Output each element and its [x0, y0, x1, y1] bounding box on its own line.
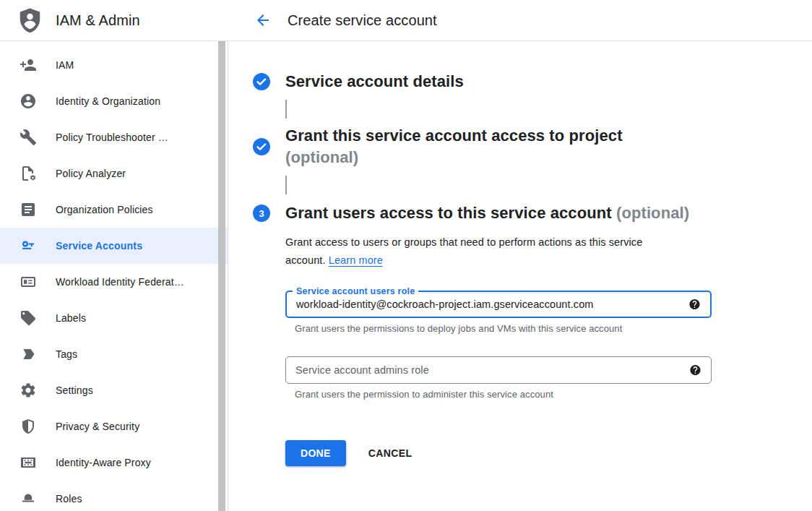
admins-role-input[interactable]: [286, 357, 711, 383]
label-tag-icon: [20, 309, 37, 327]
sidebar-item-identity-aware-proxy[interactable]: Identity-Aware Proxy: [0, 445, 228, 481]
step-connector: [285, 100, 287, 119]
person-add-icon: [20, 56, 37, 74]
sidebar-item-label: Identity & Organization: [56, 95, 182, 107]
sidebar-item-label: Policy Troubleshooter …: [56, 132, 190, 143]
sidebar-item-workload-identity-federat[interactable]: Workload Identity Federat…: [0, 264, 228, 300]
sidebar-item-tags[interactable]: Tags: [0, 336, 228, 372]
sidebar-nav: IAMIdentity & OrganizationPolicy Trouble…: [0, 41, 228, 511]
users-role-field-group: Service account users role Grant users t…: [285, 291, 712, 334]
service-account-icon: [20, 237, 37, 254]
sidebar-item-roles[interactable]: Roles: [0, 481, 228, 511]
cancel-button[interactable]: CANCEL: [368, 447, 413, 459]
badge-card-icon: [20, 273, 37, 291]
sidebar: IAMIdentity & OrganizationPolicy Trouble…: [0, 41, 228, 511]
step-3-optional-label: (optional): [616, 204, 689, 222]
step-3-description: Grant access to users or groups that nee…: [285, 233, 684, 270]
users-role-field-label: Service account users role: [293, 285, 418, 298]
gcp-console-window: IAM & Admin Create service account IAMId…: [0, 0, 812, 511]
sidebar-scrollbar[interactable]: [218, 41, 225, 511]
app-bar: IAM & Admin Create service account: [0, 0, 812, 41]
sidebar-item-identity-organization[interactable]: Identity & Organization: [0, 83, 228, 119]
gear-icon: [20, 382, 37, 399]
step-3-title: Grant users access to this service accou…: [285, 202, 689, 224]
article-icon: [20, 201, 37, 218]
step-2-complete-check-icon: [253, 138, 270, 155]
app-bar-product-section: IAM & Admin: [0, 0, 228, 40]
sidebar-item-label: Organization Policies: [56, 204, 175, 215]
step-2: Grant this service account access to pro…: [253, 125, 812, 168]
step-3-title-text: Grant users access to this service accou…: [285, 204, 612, 222]
step-2-title-text: Grant this service account access to pro…: [285, 126, 623, 145]
sidebar-item-organization-policies[interactable]: Organization Policies: [0, 192, 228, 228]
sidebar-item-label: Workload Identity Federat…: [56, 276, 206, 288]
iam-admin-shield-icon: [18, 7, 42, 33]
step-2-title: Grant this service account access to pro…: [285, 125, 623, 168]
app-bar-page-section: Create service account: [228, 0, 812, 40]
sidebar-item-policy-analyzer[interactable]: Policy Analyzer: [0, 155, 228, 192]
sidebar-item-settings[interactable]: Settings: [0, 372, 228, 408]
account-circle-icon: [20, 93, 37, 110]
learn-more-link[interactable]: Learn more: [329, 254, 383, 266]
proxy-grid-icon: [20, 454, 37, 471]
step-3-number-badge: 3: [253, 205, 270, 222]
sidebar-item-privacy-security[interactable]: Privacy & Security: [0, 408, 228, 445]
step-2-optional-label: (optional): [285, 148, 358, 166]
sidebar-item-policy-troubleshooter[interactable]: Policy Troubleshooter …: [0, 119, 228, 155]
users-role-helper-text: Grant users the permissions to deploy jo…: [295, 323, 712, 334]
sidebar-item-label: Policy Analyzer: [56, 168, 147, 179]
policy-analyzer-icon: [20, 165, 37, 182]
sidebar-item-service-accounts[interactable]: Service Accounts: [0, 228, 228, 264]
admins-role-helper-text: Grant users the permission to administer…: [295, 389, 712, 400]
sidebar-item-label: Service Accounts: [56, 240, 164, 252]
sidebar-item-label: Tags: [56, 348, 99, 360]
main-content: Service account details Grant this servi…: [228, 41, 812, 511]
sidebar-item-label: Labels: [56, 312, 108, 324]
step-1-complete-check-icon: [253, 73, 270, 90]
tag-arrow-icon: [20, 345, 37, 363]
form-actions: DONE CANCEL: [285, 440, 783, 466]
sidebar-item-label: Privacy & Security: [56, 421, 161, 432]
step-1-title: Service account details: [285, 71, 464, 93]
step-3: 3 Grant users access to this service acc…: [253, 202, 812, 224]
sidebar-item-labels[interactable]: Labels: [0, 300, 228, 336]
admins-role-field: [285, 356, 712, 384]
app-title: IAM & Admin: [56, 12, 140, 29]
sidebar-item-label: Settings: [56, 385, 115, 396]
step-connector: [285, 176, 287, 194]
help-icon[interactable]: [688, 299, 701, 311]
sidebar-item-label: Identity-Aware Proxy: [56, 457, 173, 468]
step-1: Service account details: [253, 71, 812, 93]
shield-half-icon: [20, 418, 37, 435]
admins-role-field-group: Grant users the permission to administer…: [285, 356, 712, 400]
back-arrow-icon[interactable]: [254, 12, 272, 29]
done-button[interactable]: DONE: [285, 440, 346, 466]
sidebar-item-label: IAM: [56, 59, 95, 71]
help-icon[interactable]: [689, 364, 701, 377]
roles-hat-icon: [20, 490, 37, 507]
users-role-field: Service account users role: [285, 291, 712, 318]
sidebar-item-label: Roles: [56, 493, 104, 504]
sidebar-item-iam[interactable]: IAM: [0, 47, 228, 83]
page-title: Create service account: [288, 12, 437, 29]
wrench-icon: [20, 129, 37, 146]
